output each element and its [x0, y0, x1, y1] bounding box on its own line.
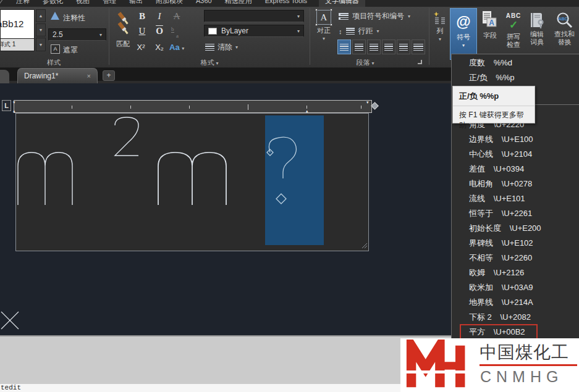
strikethrough-button[interactable]: A: [171, 11, 183, 22]
bullets-numbering-button[interactable]: 项目符号和编号 ▾: [339, 11, 410, 22]
symbol-menu-item[interactable]: 差值 \U+0394: [452, 163, 579, 175]
symbol-menu-item[interactable]: 地界线 \U+214A: [452, 296, 579, 309]
overline-button[interactable]: O: [153, 26, 166, 36]
spell-check-button[interactable]: ABC ✓ 拼写 检查: [503, 12, 524, 49]
ribbon-tab[interactable]: A360: [195, 0, 213, 7]
symbol-menu-item[interactable]: 下标 2 \U+2082: [452, 311, 579, 323]
style-gallery-up-button[interactable]: ▲: [36, 9, 46, 22]
mask-toggle[interactable]: 遮罩: [63, 45, 78, 56]
align-right-button[interactable]: [367, 40, 381, 54]
columns-button[interactable]: 列 ▾: [431, 12, 449, 43]
clear-icon: [205, 44, 214, 51]
ruler-tick: [189, 106, 190, 109]
file-tab-name: Drawing1*: [24, 72, 58, 80]
text-height-combobox[interactable]: 2.5 ▾: [48, 28, 106, 41]
ribbon-tab[interactable]: 附加模块: [154, 0, 184, 7]
caret-down-icon: ▾: [297, 28, 300, 34]
ribbon-tab[interactable]: 参数化: [41, 0, 64, 7]
stack-button[interactable]: b a: [171, 27, 179, 38]
symbol-menu-item[interactable]: 边界线 \U+E100: [452, 133, 579, 146]
new-tab-button[interactable]: +: [103, 70, 115, 81]
symbol-button[interactable]: @ 符号 ▾: [450, 8, 477, 60]
style-gallery-expand-button[interactable]: ▼: [36, 38, 46, 51]
font-combobox[interactable]: ▾: [204, 10, 304, 22]
ribbon-tab[interactable]: 输出: [128, 0, 144, 7]
symbol-menu-item[interactable]: 中心线 \U+2104: [452, 148, 579, 161]
symbol-menu-item[interactable]: 流线 \U+E101: [452, 193, 579, 205]
symbol-menu-item[interactable]: 欧姆 \U+2126: [452, 267, 579, 279]
edit-dictionaries-label-1: 编辑: [530, 30, 544, 38]
match-label: 匹配: [116, 40, 130, 48]
color-combobox[interactable]: ByLayer ▾: [204, 25, 304, 37]
find-replace-button[interactable]: ABC 查找和 替换: [550, 12, 579, 46]
align-left-icon: [340, 44, 349, 51]
text-height-value: 2.5: [53, 30, 63, 39]
symbol-menu-item[interactable]: 度数 %%d: [452, 57, 579, 69]
ribbon-tab[interactable]: 视图: [75, 0, 91, 7]
tooltip-help-text: 按 F1 键获得更多帮助: [453, 106, 535, 135]
format-panel-label[interactable]: 格式 ▾: [114, 58, 305, 67]
text-editor-ruler[interactable]: ▾ ▴ ▴ ▾: [14, 100, 372, 113]
change-case-button[interactable]: Aa ▾: [169, 43, 184, 52]
symbol-menu-item[interactable]: 初始长度 \U+E200: [452, 222, 579, 235]
subscript-button[interactable]: X₂: [152, 43, 167, 52]
bold-button[interactable]: B: [136, 11, 148, 22]
tab-style-toggle[interactable]: L: [2, 100, 11, 111]
italic-button[interactable]: I: [153, 11, 166, 22]
symbol-name: 地界线: [469, 298, 493, 307]
ribbon-tab[interactable]: 精选应用: [224, 0, 253, 7]
ruler-end-marker: ▾: [366, 100, 369, 104]
clear-label: 清除: [218, 42, 232, 52]
ribbon-tab[interactable]: 注释: [15, 0, 31, 7]
ruler-width-handle[interactable]: [371, 102, 379, 110]
editor-resize-grip[interactable]: [362, 243, 367, 248]
text-style-preview[interactable]: AaBb12: [0, 9, 35, 39]
symbol-code: \U+2104: [502, 149, 533, 159]
ribbon-tab[interactable]: 管理: [101, 0, 117, 7]
symbol-menu-item[interactable]: 界碑线 \U+E102: [452, 237, 579, 249]
paragraph-indent-marker[interactable]: ▴: [13, 109, 15, 113]
first-line-indent-marker[interactable]: ▾: [13, 100, 15, 104]
align-distribute-button[interactable]: [397, 40, 410, 54]
symbol-menu-item[interactable]: 恒等于 \U+2261: [452, 207, 579, 220]
align-left-button[interactable]: [337, 40, 351, 54]
annotative-toggle[interactable]: 注释性: [63, 13, 85, 23]
paragraph-dialog-launcher-icon[interactable]: [418, 60, 422, 64]
match-properties-button[interactable]: 匹配: [114, 10, 132, 48]
style-preview-text: AaBb12: [0, 10, 34, 38]
alignment-button-group: [337, 40, 425, 54]
ribbon-tab[interactable]: Express Tools: [264, 0, 308, 7]
symbol-name: 正/负: [469, 73, 488, 82]
symbol-menu-item[interactable]: 正/负 %%p: [452, 72, 579, 84]
align-spread-icon: [413, 44, 423, 51]
close-tab-icon[interactable]: ×: [87, 72, 91, 80]
align-spread-button[interactable]: [412, 40, 425, 54]
tab-stop-marker[interactable]: ▴: [306, 109, 308, 113]
symbol-menu-item[interactable]: 电相角 \U+0278: [452, 178, 579, 190]
symbol-menu-item[interactable]: 不相等 \U+2260: [452, 252, 579, 264]
underline-button[interactable]: U: [136, 26, 148, 36]
clear-formatting-button[interactable]: 清除 ▾: [205, 42, 238, 52]
spell-check-label-1: 拼写: [507, 33, 520, 41]
file-tab-drawing1[interactable]: Drawing1* ×: [17, 68, 98, 83]
align-center-button[interactable]: [352, 40, 366, 54]
ruler-tick: [361, 106, 361, 109]
style-gallery-down-button[interactable]: ▼: [36, 23, 46, 36]
justify-button[interactable]: A 对正 ▾: [313, 10, 335, 43]
mtext-editor-box[interactable]: [15, 113, 369, 251]
ribbon-tab[interactable]: 文字编辑器: [319, 0, 365, 7]
field-button[interactable]: A 字段: [479, 10, 501, 40]
symbol-code: \U+E102: [502, 238, 533, 248]
edit-dictionaries-button[interactable]: 编辑 词典: [526, 12, 547, 46]
menu-separator: [535, 104, 579, 105]
symbol-menu-item[interactable]: 欧米加 \U+03A9: [452, 281, 579, 294]
caret-up-icon: ▲: [39, 14, 43, 18]
clipped-file-tab[interactable]: [0, 70, 9, 83]
superscript-button[interactable]: X²: [133, 43, 148, 52]
style-panel-label[interactable]: 样式: [0, 58, 108, 67]
align-justify-button[interactable]: [382, 40, 395, 54]
paragraph-panel-label[interactable]: 段落 ▾: [313, 58, 418, 67]
line-spacing-button[interactable]: ↕ 行距 ▾: [339, 26, 379, 36]
watermark: 中国煤化工 CNMHG: [400, 338, 579, 392]
find-replace-magnifier-icon: ABC: [556, 12, 573, 29]
